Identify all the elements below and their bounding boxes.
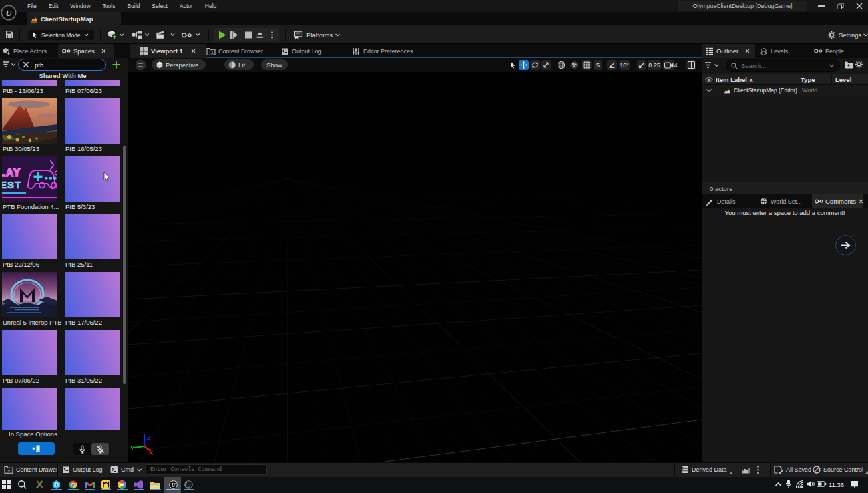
svg-text:EST: EST [2, 179, 21, 190]
svg-text:U: U [171, 482, 176, 488]
svg-text:Z: Z [147, 434, 151, 441]
svg-text:LAY: LAY [2, 167, 21, 178]
svg-text:U: U [5, 9, 12, 18]
svg-text:Y: Y [130, 445, 134, 452]
svg-text:X: X [149, 450, 153, 456]
